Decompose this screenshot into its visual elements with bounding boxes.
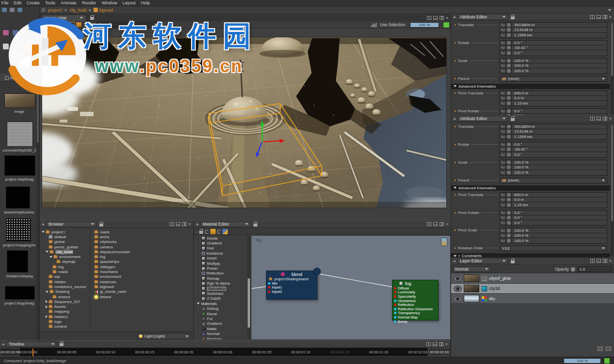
- value-row[interactable]: 100.0 %: [500, 59, 607, 63]
- value-row[interactable]: 1.1395 km: [500, 33, 607, 38]
- port-input2[interactable]: Input2: [267, 289, 317, 294]
- value-text[interactable]: 100.0 %: [512, 238, 528, 243]
- thumbnail-image[interactable]: [4, 155, 35, 176]
- value-row[interactable]: 100.0 %: [500, 160, 607, 165]
- collapse-icon[interactable]: [42, 223, 45, 225]
- opacity-field[interactable]: 1.0: [577, 266, 612, 272]
- new-panel-header[interactable]: New: [0, 74, 40, 82]
- tool-icon[interactable]: [13, 30, 18, 35]
- expand-open-icon[interactable]: [46, 251, 48, 253]
- tree-item-assets[interactable]: Assets: [40, 304, 90, 309]
- value-row[interactable]: 1.1395 km: [500, 135, 607, 139]
- use-selection-dropdown[interactable]: Use Selection: [371, 22, 415, 27]
- active-tool-icon[interactable]: [23, 43, 33, 51]
- split-vertical-icon[interactable]: [597, 259, 601, 263]
- close-icon[interactable]: ×: [609, 15, 612, 19]
- curve-icon[interactable]: [500, 50, 506, 55]
- split-vertical-icon[interactable]: [597, 15, 601, 19]
- fog-node[interactable]: fogDiffuseLuminositySpecularityGlossines…: [392, 280, 439, 320]
- value-text[interactable]: 0.0 °: [512, 152, 522, 157]
- port-normal-map[interactable]: Normal Map: [393, 315, 438, 319]
- thumbnail-image[interactable]: [4, 93, 35, 108]
- port-specularity[interactable]: Specularity: [393, 294, 438, 299]
- dropdown-field[interactable]: YXZ: [500, 245, 607, 251]
- tree-item-combiners-source[interactable]: combiners_source: [40, 284, 90, 289]
- value-text[interactable]: 100.0 %: [512, 233, 528, 238]
- curve-icon[interactable]: [500, 147, 506, 152]
- breadcrumb-item[interactable]: city_build: [69, 8, 86, 13]
- panel-title-dropdown[interactable]: Material Editor: [200, 221, 251, 227]
- thumbnail-image[interactable]: [7, 250, 28, 273]
- close-icon[interactable]: ×: [445, 342, 448, 346]
- curve-icon[interactable]: [500, 228, 506, 232]
- panel-title-dropdown[interactable]: Browser: [46, 221, 96, 227]
- expand-closed-icon[interactable]: [46, 315, 47, 318]
- current-frame-field[interactable]: 00:00:00:00: [0, 348, 20, 356]
- tool-icon[interactable]: [2, 8, 7, 12]
- layer-visibility-toggle[interactable]: [454, 296, 462, 302]
- curve-icon[interactable]: [500, 193, 506, 197]
- render-region-icon[interactable]: [61, 22, 67, 28]
- lock-icon[interactable]: [199, 229, 204, 234]
- split-horizontal-icon[interactable]: [590, 117, 595, 121]
- section-header-advanced-kinematics[interactable]: Advanced Kinematics: [451, 185, 610, 191]
- curve-icon[interactable]: [500, 68, 506, 73]
- split-horizontal-icon[interactable]: [427, 16, 431, 20]
- eye-icon[interactable]: [506, 109, 512, 113]
- menu-help[interactable]: Help: [141, 0, 150, 5]
- layer-row-city3d[interactable]: city3d: [451, 284, 614, 294]
- eye-icon[interactable]: [506, 101, 512, 106]
- expand-open-icon[interactable]: [49, 256, 52, 258]
- tree-item-environment[interactable]: environment: [40, 254, 90, 259]
- value-text[interactable]: 1.15 km: [512, 202, 528, 207]
- split-vertical-icon[interactable]: [433, 16, 438, 20]
- panel-title-dropdown[interactable]: Attribute Editor: [457, 14, 508, 20]
- breadcrumb-item[interactable]: bigroad: [99, 8, 113, 13]
- value-text[interactable]: 0.0 m: [512, 197, 524, 202]
- value-text[interactable]: 0.0 °: [512, 220, 522, 225]
- tree-item-roads[interactable]: roads: [40, 269, 90, 274]
- layer-visibility-toggle[interactable]: [454, 286, 462, 292]
- port-luminosity[interactable]: Luminosity: [393, 290, 438, 295]
- value-row[interactable]: 0.0 °: [500, 215, 607, 220]
- menu-edit[interactable]: Edit: [14, 0, 22, 5]
- curve-icon[interactable]: [500, 202, 506, 207]
- value-text[interactable]: 100.0 %: [512, 165, 528, 169]
- end-frame-field[interactable]: 00:00:02:00: [428, 348, 450, 356]
- eye-icon[interactable]: [506, 215, 512, 220]
- value-text[interactable]: 13.5148 m: [512, 129, 533, 134]
- expand-closed-icon[interactable]: [46, 300, 47, 303]
- curve-icon[interactable]: [500, 215, 506, 220]
- tree-item-city-build[interactable]: city_build: [40, 249, 90, 254]
- tool-icon[interactable]: [26, 36, 33, 42]
- collapse-icon[interactable]: [2, 343, 5, 345]
- value-text[interactable]: 0.0 m: [512, 96, 524, 100]
- value-row[interactable]: 393.8804 m: [500, 23, 607, 28]
- value-row[interactable]: 0.0 °: [500, 152, 607, 157]
- node-type-substract[interactable]: Substract: [196, 291, 246, 296]
- port-transparency[interactable]: Transparency: [393, 311, 438, 316]
- eye-icon[interactable]: [506, 202, 512, 207]
- tool-icon[interactable]: [14, 36, 21, 42]
- value-text[interactable]: 13.5148 m: [512, 28, 533, 32]
- eye-icon[interactable]: [506, 46, 512, 50]
- port-reflection-glossiness[interactable]: Reflection Glossiness: [393, 307, 438, 311]
- list-item-distant[interactable]: distant: [90, 294, 193, 299]
- maximize-icon[interactable]: [182, 222, 187, 226]
- refresh-icon[interactable]: [205, 230, 209, 234]
- tab-image-view[interactable]: Image View: [42, 15, 86, 21]
- lut-dropdown[interactable]: (none): [96, 22, 160, 28]
- curve-icon[interactable]: [500, 135, 506, 139]
- material-type-fur[interactable]: Fur: [196, 316, 246, 321]
- value-row[interactable]: 100.0 %: [500, 170, 607, 175]
- tool-icon[interactable]: [3, 44, 9, 49]
- close-icon[interactable]: ×: [446, 222, 448, 226]
- list-item-roads[interactable]: roads: [90, 229, 193, 234]
- tool-icon[interactable]: [14, 44, 19, 49]
- node-type-hue[interactable]: Hue: [196, 246, 246, 251]
- list-item-utilitygeo[interactable]: utilitygeo: [90, 264, 193, 269]
- resolution-icon[interactable]: [68, 22, 75, 28]
- tool-icon[interactable]: [10, 8, 15, 12]
- list-item-cityblocks[interactable]: cityblocks: [90, 240, 193, 244]
- list-item-displacemountain[interactable]: displacemountain: [90, 249, 193, 254]
